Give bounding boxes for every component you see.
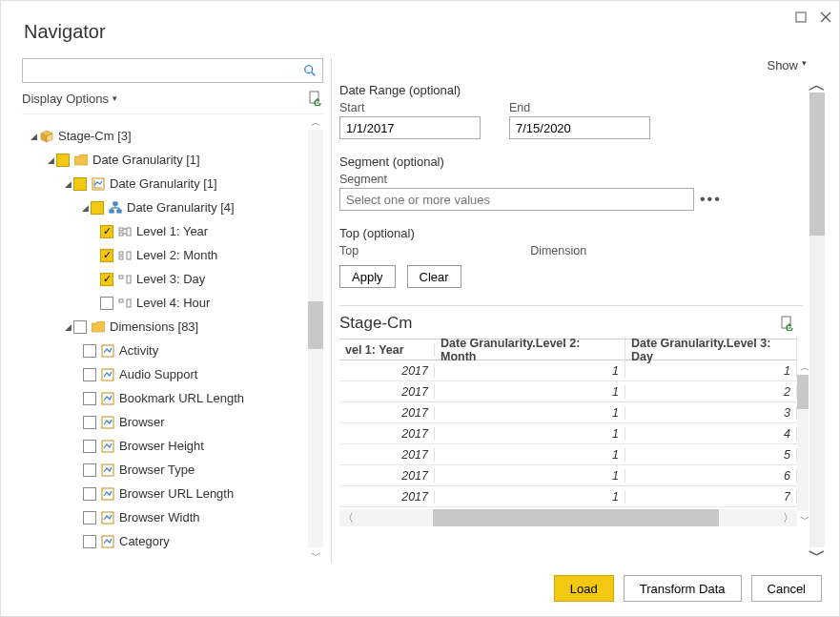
right-pane-scrollbar[interactable]: ︿ ﹀ [809,77,826,563]
tree-label: Browser Width [119,510,200,524]
tree-item-browser[interactable]: Browser [22,410,323,434]
refresh-preview-icon[interactable] [780,316,795,331]
measure-icon [100,391,115,406]
checkbox[interactable] [91,201,104,215]
checkbox[interactable] [56,154,70,167]
tree-folder-date-granularity-1[interactable]: ◢ Date Granularity [1] [22,148,323,172]
measure-icon [100,439,115,454]
cell-day: 2 [625,385,797,399]
table-row[interactable]: 201714 [339,423,797,444]
scroll-down-icon[interactable]: ﹀ [809,547,825,563]
transform-data-button[interactable]: Transform Data [624,575,742,602]
cancel-button[interactable]: Cancel [751,575,822,602]
cell-day: 1 [625,364,797,378]
tree-scrollbar[interactable]: ︿ ﹀ [308,114,323,563]
checkbox[interactable] [83,416,96,429]
tree-root-stage-cm[interactable]: ◢ Stage-Cm [3] [22,124,323,148]
tree-label: Level 2: Month [136,248,217,262]
refresh-icon[interactable] [308,91,323,106]
checkbox[interactable] [83,511,96,524]
scroll-up-icon[interactable]: ︿ [797,360,809,375]
table-row[interactable]: 201715 [339,444,797,465]
load-button[interactable]: Load [554,575,614,602]
scroll-up-icon[interactable]: ︿ [809,77,825,93]
hscroll-thumb[interactable] [433,509,719,526]
close-icon[interactable] [820,11,831,23]
table-row[interactable]: 201713 [339,402,797,423]
svg-point-3 [305,66,313,73]
scrollbar-thumb[interactable] [809,93,825,236]
end-date-input[interactable] [509,116,650,139]
tree-item-activity[interactable]: Activity [22,339,323,362]
tree-label: Level 3: Day [136,272,205,286]
checkbox[interactable] [83,344,96,358]
navigator-window: Navigator Display Options ▾ [0,0,840,617]
tree-item-date-granularity-3[interactable]: ◢ Date Granularity [4] [22,195,323,219]
tree-label: Date Granularity [1] [110,176,217,191]
display-options[interactable]: Display Options ▾ [22,91,323,106]
tree-item-date-granularity-2[interactable]: ◢ Date Granularity [1] [22,172,323,195]
checkbox[interactable] [83,487,96,501]
tree-label: Browser Height [119,439,204,453]
checkbox[interactable] [83,463,96,477]
segment-input[interactable] [339,188,694,211]
scroll-down-icon[interactable]: ﹀ [797,511,809,526]
show-menu[interactable]: Show ▾ [339,58,826,77]
search-box[interactable] [22,58,323,83]
table-row[interactable]: 201711 [339,360,797,381]
checkbox[interactable] [73,320,87,334]
tree-item-bookmark-url-length[interactable]: Bookmark URL Length [22,386,323,410]
scrollbar-track[interactable] [308,130,323,547]
end-label: End [509,101,650,114]
chevron-down-icon[interactable]: ◢ [62,179,73,189]
tree-item-audio-support[interactable]: Audio Support [22,362,323,386]
apply-button[interactable]: Apply [339,265,396,288]
col-day[interactable]: Date Granularity.Level 3: Day [625,337,797,363]
svg-rect-33 [102,393,113,404]
start-date-input[interactable] [339,116,481,139]
tree-item-level-day[interactable]: ✓ Level 3: Day [22,267,323,291]
checkbox[interactable] [100,297,113,310]
tree-item-level-year[interactable]: ✓ Level 1: Year [22,219,323,243]
checkbox[interactable] [83,392,96,405]
maximize-icon[interactable] [795,11,807,23]
checkbox[interactable]: ✓ [100,225,113,238]
scroll-up-icon[interactable]: ︿ [308,114,323,130]
tree-folder-dimensions[interactable]: ◢ Dimensions [83] [22,315,323,339]
grid-hscrollbar[interactable]: 〈 〉 [339,509,797,526]
pane-divider[interactable] [331,58,332,563]
more-icon[interactable]: ••• [700,191,722,208]
chevron-down-icon[interactable]: ◢ [62,322,73,332]
checkbox[interactable] [73,177,87,191]
clear-button[interactable]: Clear [407,265,461,288]
scroll-left-icon[interactable]: 〈 [339,510,357,526]
tree-item-level-hour[interactable]: Level 4: Hour [22,291,323,315]
svg-rect-12 [113,202,117,205]
tree-item-browser-type[interactable]: Browser Type [22,458,323,482]
tree-item-browser-height[interactable]: Browser Height [22,434,323,458]
tree-item-level-month[interactable]: ✓ Level 2: Month [22,243,323,267]
table-row[interactable]: 201716 [339,465,797,486]
checkbox[interactable] [83,440,96,453]
checkbox[interactable] [83,368,96,381]
grid-vscrollbar[interactable]: ︿ ﹀ [797,360,809,526]
tree-item-category[interactable]: Category [22,529,323,553]
chevron-down-icon[interactable]: ◢ [28,132,39,141]
chevron-down-icon[interactable]: ◢ [45,155,56,165]
col-year[interactable]: vel 1: Year [339,343,435,357]
svg-rect-13 [110,210,113,213]
vscroll-thumb[interactable] [797,375,809,409]
tree-item-browser-url-length[interactable]: Browser URL Length [22,482,323,505]
table-row[interactable]: 201712 [339,381,797,402]
checkbox[interactable]: ✓ [100,273,113,286]
chevron-down-icon[interactable]: ◢ [79,203,91,213]
scroll-right-icon[interactable]: 〉 [780,510,797,526]
scrollbar-thumb[interactable] [308,301,323,349]
checkbox[interactable] [83,535,96,548]
tree-item-browser-width[interactable]: Browser Width [22,505,323,529]
scroll-down-icon[interactable]: ﹀ [308,547,323,563]
col-month[interactable]: Date Granularity.Level 2: Month [435,337,625,363]
checkbox[interactable]: ✓ [100,249,113,262]
search-input[interactable] [29,63,303,79]
table-row[interactable]: 201717 [339,486,797,507]
